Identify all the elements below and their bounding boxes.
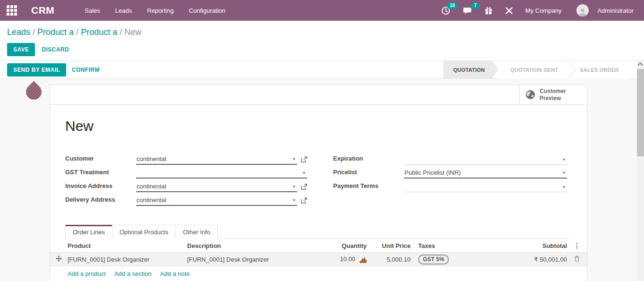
- status-steps: QUOTATION QUOTATION SENT SALES ORDER: [443, 61, 628, 79]
- cell-taxes[interactable]: GST 5%: [412, 255, 507, 264]
- delete-line-trash-icon[interactable]: [567, 255, 587, 263]
- cell-quantity[interactable]: 10.00: [319, 255, 367, 263]
- step-sales-order[interactable]: SALES ORDER: [567, 61, 628, 79]
- breadcrumb-product-a-1[interactable]: Product a: [37, 27, 74, 37]
- order-lines-table: Product Description Quantity Unit Price …: [50, 239, 587, 281]
- scrollbar-thumb[interactable]: [637, 69, 644, 156]
- record-title: New: [65, 118, 572, 134]
- table-add-links: Add a product Add a section Add a note: [50, 266, 587, 281]
- support-tools-button[interactable]: [501, 5, 517, 17]
- cell-subtotal: ₹ 50,001.00: [507, 256, 567, 263]
- send-by-email-button[interactable]: SEND BY EMAIL: [7, 63, 66, 77]
- order-line-row[interactable]: [FURN_0001] Desk Organizer [FURN_0001] D…: [50, 253, 587, 266]
- tab-other-info[interactable]: Other Info: [175, 225, 218, 239]
- step-quotation-sent[interactable]: QUOTATION SENT: [498, 61, 567, 79]
- col-unit-price[interactable]: Unit Price: [367, 242, 412, 249]
- discard-button[interactable]: DISCARD: [42, 46, 69, 53]
- touch-pointer-indicator: [23, 81, 45, 103]
- expiration-label: Expiration: [333, 155, 404, 165]
- user-menu[interactable]: Administrator: [593, 7, 637, 14]
- cell-description[interactable]: [FURN_0001] Desk Organizer: [187, 256, 319, 263]
- scroll-up-arrow-icon[interactable]: [637, 62, 643, 68]
- invoice-address-label: Invoice Address: [65, 182, 136, 192]
- payment-terms-label: Payment Terms: [333, 182, 404, 192]
- vertical-scrollbar[interactable]: [637, 61, 644, 281]
- breadcrumb-product-a-2[interactable]: Product a: [81, 27, 117, 37]
- delivery-address-external-link-icon[interactable]: [301, 197, 307, 204]
- company-switcher[interactable]: My Company: [522, 7, 566, 14]
- confirm-button[interactable]: CONFIRM: [72, 67, 100, 73]
- customer-preview-label-1: Customer: [540, 88, 566, 94]
- message-count-badge: 7: [471, 2, 480, 9]
- globe-icon: [525, 90, 535, 100]
- column-options-kebab-icon[interactable]: ⋮: [574, 242, 580, 249]
- apps-menu-icon[interactable]: [7, 5, 17, 16]
- chevron-down-icon[interactable]: ▾: [291, 156, 297, 162]
- col-taxes[interactable]: Taxes: [412, 242, 507, 249]
- drag-handle-icon[interactable]: [50, 255, 68, 263]
- breadcrumb-leads[interactable]: Leads: [7, 27, 30, 37]
- form-statusbar: SEND BY EMAIL CONFIRM QUOTATION QUOTATIO…: [0, 60, 644, 79]
- app-brand[interactable]: CRM: [31, 5, 54, 16]
- forecast-chart-icon[interactable]: [355, 257, 367, 263]
- menu-sales[interactable]: Sales: [79, 3, 106, 18]
- wrench-tools-icon: [505, 7, 513, 15]
- save-button[interactable]: SAVE: [7, 43, 35, 56]
- menu-reporting[interactable]: Reporting: [141, 3, 179, 18]
- form-sheet: CustomerPreview New Customer continental…: [50, 85, 587, 281]
- pricelist-label: Pricelist: [333, 169, 404, 179]
- cell-unit-price[interactable]: 5,000.10: [367, 256, 412, 263]
- col-quantity[interactable]: Quantity: [319, 242, 367, 249]
- delivery-address-label: Delivery Address: [65, 196, 136, 206]
- delivery-address-field[interactable]: continental▾: [136, 196, 297, 206]
- expiration-field[interactable]: ▾: [404, 154, 567, 165]
- top-navbar: CRM Sales Leads Reporting Configuration …: [0, 0, 644, 21]
- gst-treatment-field[interactable]: ▾: [136, 168, 307, 179]
- customer-preview-button[interactable]: CustomerPreview: [519, 85, 587, 104]
- col-description[interactable]: Description: [187, 242, 319, 249]
- messages-menu-button[interactable]: 7: [459, 4, 476, 17]
- chevron-down-icon[interactable]: ▾: [291, 184, 297, 189]
- col-subtotal[interactable]: Subtotal: [507, 242, 567, 249]
- payment-terms-field[interactable]: ▾: [404, 182, 567, 192]
- gst-treatment-label: GST Treatment: [65, 169, 136, 179]
- cell-product[interactable]: [FURN_0001] Desk Organizer: [68, 256, 187, 263]
- chevron-down-icon[interactable]: ▾: [561, 170, 567, 175]
- menu-leads[interactable]: Leads: [110, 3, 137, 18]
- menu-configuration[interactable]: Configuration: [183, 3, 231, 18]
- user-avatar[interactable]: [576, 4, 589, 17]
- add-section-link[interactable]: Add a section: [114, 270, 152, 277]
- breadcrumb: Leads/Product a/Product a/New: [7, 27, 637, 37]
- step-quotation[interactable]: QUOTATION: [444, 61, 498, 79]
- sheet-header: CustomerPreview: [50, 85, 587, 105]
- pricelist-field[interactable]: Public Pricelist (INR)▾: [404, 168, 567, 179]
- activity-menu-button[interactable]: 10: [438, 4, 454, 17]
- add-product-link[interactable]: Add a product: [68, 270, 106, 277]
- main-menu: Sales Leads Reporting Configuration: [79, 3, 231, 18]
- activity-count-badge: 10: [447, 2, 458, 9]
- notebook-tabs: Order Lines Optional Products Other Info: [65, 225, 572, 239]
- tab-optional-products[interactable]: Optional Products: [112, 225, 176, 239]
- gift-button[interactable]: [481, 4, 497, 17]
- invoice-address-external-link-icon[interactable]: [301, 184, 307, 190]
- breadcrumb-current: New: [124, 27, 141, 37]
- gift-icon: [484, 6, 493, 15]
- chevron-down-icon[interactable]: ▾: [561, 157, 567, 162]
- tab-order-lines[interactable]: Order Lines: [65, 225, 112, 239]
- tax-badge[interactable]: GST 5%: [418, 255, 449, 264]
- customer-external-link-icon[interactable]: [301, 156, 307, 162]
- form-view-content: CustomerPreview New Customer continental…: [0, 79, 644, 260]
- chevron-down-icon[interactable]: ▾: [291, 197, 297, 203]
- customer-label: Customer: [65, 155, 136, 165]
- control-panel: Leads/Product a/Product a/New SAVE DISCA…: [0, 21, 644, 60]
- invoice-address-field[interactable]: continental▾: [136, 182, 297, 192]
- chevron-down-icon[interactable]: ▾: [301, 170, 307, 175]
- form-fields: Customer continental▾ GST Treatment: [65, 151, 572, 206]
- customer-field[interactable]: continental▾: [136, 154, 297, 165]
- table-header-row: Product Description Quantity Unit Price …: [50, 239, 587, 253]
- add-note-link[interactable]: Add a note: [160, 270, 190, 277]
- col-product[interactable]: Product: [68, 242, 187, 249]
- chat-bubble-icon: [463, 6, 472, 15]
- customer-preview-label-2: Preview: [540, 95, 561, 102]
- chevron-down-icon[interactable]: ▾: [561, 184, 567, 189]
